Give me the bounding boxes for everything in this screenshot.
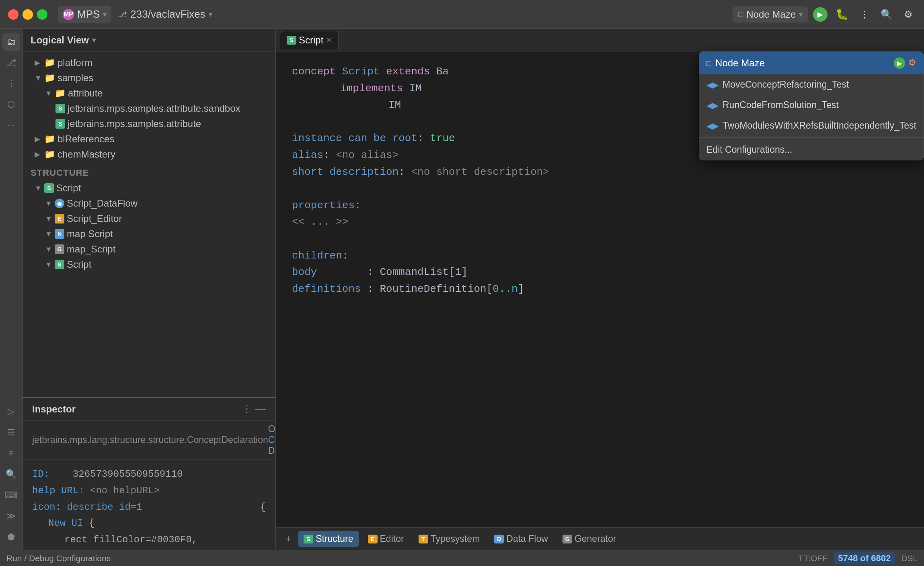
dropdown-box-icon: □ bbox=[706, 59, 711, 68]
run-config-icon-3: ◀▶ bbox=[706, 121, 719, 131]
tab-generator[interactable]: G Generator bbox=[557, 531, 622, 547]
sidebar-icon-terminal[interactable]: ⌨ bbox=[2, 486, 20, 504]
run-config-dropdown: □ Node Maze ▶ ⚙ ◀▶ MoveConceptRefactorin… bbox=[699, 51, 924, 160]
tree-item-script2[interactable]: ▼ S Script bbox=[23, 257, 275, 272]
code-line-blank bbox=[292, 180, 908, 197]
sidebar-icons: 🗂 ⎇ ⋮ ⬡ ··· ▷ ☰ ≡ 🔍 ⌨ ≫ ⬟ bbox=[0, 29, 23, 550]
kw-properties: properties bbox=[292, 199, 355, 211]
editor-tab-script[interactable]: S Script ✕ bbox=[280, 31, 339, 49]
chevron-down-icon: ▼ bbox=[45, 245, 52, 254]
colon: : bbox=[417, 132, 430, 144]
search-everywhere-button[interactable]: 🔍 bbox=[877, 7, 896, 22]
dropdown-run-button[interactable]: ▶ bbox=[894, 57, 905, 69]
concept-n-icon: N bbox=[55, 229, 64, 239]
tree-item-attribute[interactable]: ▼ 📁 attribute bbox=[23, 86, 275, 101]
run-config-icon-2: ◀▶ bbox=[706, 100, 719, 110]
tree-item-sandbox[interactable]: S jetbrains.mps.samples.attribute.sandbo… bbox=[23, 101, 275, 116]
sidebar-icon-changes[interactable]: ≡ bbox=[2, 445, 20, 462]
tree-item-script[interactable]: ▼ S Script bbox=[23, 180, 275, 196]
tree-item-map-script2[interactable]: ▼ G map_Script bbox=[23, 242, 275, 257]
concept-s-icon: S bbox=[44, 183, 54, 193]
tree-item-platform[interactable]: ▶ 📁 platform bbox=[23, 55, 275, 70]
editor-tabs: S Script ✕ bbox=[276, 29, 924, 51]
sidebar-icon-plugins[interactable]: ⬟ bbox=[2, 528, 20, 546]
minimize-button[interactable] bbox=[23, 9, 33, 20]
sidebar-icon-branches[interactable]: ⋮ bbox=[2, 75, 20, 92]
sidebar-icon-logical-view[interactable]: 🗂 bbox=[2, 33, 20, 51]
settings-button[interactable]: ⚙ bbox=[901, 7, 916, 22]
chevron-down-icon: ▼ bbox=[45, 215, 52, 223]
tab-data-flow[interactable]: D Data Flow bbox=[489, 531, 554, 547]
tree-item-script-editor[interactable]: ▼ E Script_Editor bbox=[23, 211, 275, 226]
code-line-properties: properties: bbox=[292, 197, 908, 214]
run-config-label: Node Maze bbox=[746, 9, 796, 20]
keyword-concept: concept bbox=[292, 66, 342, 78]
dropdown-item-3[interactable]: ◀▶ TwoModulesWithXRefsBuiltIndependently… bbox=[699, 115, 924, 136]
tab-typesystem[interactable]: T Typesystem bbox=[413, 531, 486, 547]
debug-button[interactable]: 🐛 bbox=[832, 6, 852, 22]
tree-item-map-script[interactable]: ▼ N map Script bbox=[23, 226, 275, 242]
inspector-meta-label: jetbrains.mps.lang.structure.structure.C… bbox=[32, 435, 268, 445]
tree-item-label: jetbrains.mps.samples.attribute bbox=[68, 118, 201, 129]
inspector-meta-row: jetbrains.mps.lang.structure.structure.C… bbox=[23, 420, 275, 460]
more-actions-button[interactable]: ⋮ bbox=[856, 7, 873, 22]
sidebar-icon-list[interactable]: ☰ bbox=[2, 424, 20, 441]
inspector-more-icon[interactable]: ⋮ bbox=[242, 403, 252, 415]
tab-editor[interactable]: E Editor bbox=[362, 531, 410, 547]
spaces: : bbox=[317, 266, 380, 278]
sidebar-icon-git[interactable]: ⎇ bbox=[2, 54, 20, 72]
structure-section-label: Structure bbox=[23, 162, 275, 180]
tree-item-samples[interactable]: ▼ 📁 samples bbox=[23, 70, 275, 86]
keyword-implements: implements bbox=[340, 82, 409, 94]
dsl-icon: DSL bbox=[901, 554, 918, 563]
run-config-button[interactable]: □ Node Maze ▾ bbox=[733, 6, 808, 23]
editor-panel: S Script ✕ concept Script extends Ba imp… bbox=[276, 29, 924, 550]
bottom-tabs-bar: + S Structure E Editor T Typesystem D Da… bbox=[276, 527, 924, 550]
run-button[interactable]: ▶ bbox=[813, 7, 827, 22]
folder-icon: 📁 bbox=[44, 134, 55, 144]
branch-selector[interactable]: ⎇ 233/vaclavFixes ▾ bbox=[118, 8, 212, 21]
kw-body: body bbox=[292, 266, 317, 278]
tab-structure[interactable]: S Structure bbox=[298, 531, 359, 547]
close-button[interactable] bbox=[8, 9, 18, 20]
dropdown-item-1[interactable]: ◀▶ MoveConceptRefactoring_Test bbox=[699, 74, 924, 95]
inspector-field-id: ID: 3265739055509559110 bbox=[32, 466, 266, 483]
tree-item-label: Script_DataFlow bbox=[67, 198, 138, 209]
tab-close-icon[interactable]: ✕ bbox=[326, 36, 332, 45]
editor-tab-label: Editor bbox=[380, 533, 404, 544]
tree-item-attribute-module[interactable]: S jetbrains.mps.samples.attribute bbox=[23, 116, 275, 131]
dropdown-item-2[interactable]: ◀▶ RunCodeFromSolution_Test bbox=[699, 95, 924, 115]
sidebar-icon-more[interactable]: ··· bbox=[2, 117, 20, 134]
concept-blue-icon: ◉ bbox=[55, 199, 64, 208]
sidebar-icon-nodes[interactable]: ⬡ bbox=[2, 96, 20, 113]
concept-s-icon: S bbox=[55, 260, 64, 269]
dropdown-header-label: Node Maze bbox=[715, 57, 765, 69]
app-switcher[interactable]: MP MPS ▾ bbox=[58, 6, 111, 23]
dropdown-item-label-2: RunCodeFromSolution_Test bbox=[723, 100, 839, 111]
sidebar-icon-console[interactable]: ≫ bbox=[2, 507, 20, 525]
inspector-close-icon[interactable]: — bbox=[255, 403, 266, 415]
dropdown-edit-configs[interactable]: Edit Configurations... bbox=[699, 139, 924, 160]
open-concept-link[interactable]: Open Concept Declaration bbox=[268, 424, 276, 456]
inspector-content: ID: 3265739055509559110 help URL: <no he… bbox=[23, 460, 275, 550]
tree-item-script-dataflow[interactable]: ▼ ◉ Script_DataFlow bbox=[23, 196, 275, 211]
tree-item-chemmastery[interactable]: ▶ 📁 chemMastery bbox=[23, 147, 275, 162]
class-name: Script bbox=[342, 66, 386, 78]
branch-name-label: 233/vaclavFixes bbox=[130, 8, 205, 21]
folder-icon: 📁 bbox=[44, 73, 55, 83]
tree-item-blreferences[interactable]: ▶ 📁 blReferences bbox=[23, 131, 275, 147]
concept-g-icon: G bbox=[55, 244, 64, 254]
dropdown-debug-icon[interactable]: ⚙ bbox=[908, 57, 916, 69]
spaces2: : bbox=[361, 283, 380, 295]
code-line-definitions: definitions : RoutineDefinition[0..n] bbox=[292, 281, 908, 298]
tab-label: Script bbox=[299, 35, 323, 46]
kw-alias: alias bbox=[292, 149, 323, 161]
type-cmdlist: CommandList[1] bbox=[380, 266, 467, 278]
main-layout: 🗂 ⎇ ⋮ ⬡ ··· ▷ ☰ ≡ 🔍 ⌨ ≫ ⬟ Logical View ▾… bbox=[0, 29, 924, 550]
sidebar-icon-run[interactable]: ▷ bbox=[2, 403, 20, 420]
logical-view-chevron-icon: ▾ bbox=[92, 36, 96, 45]
maximize-button[interactable] bbox=[37, 9, 47, 20]
logical-view-header: Logical View ▾ bbox=[23, 29, 275, 52]
add-tab-button[interactable]: + bbox=[282, 531, 295, 547]
sidebar-icon-search[interactable]: 🔍 bbox=[2, 466, 20, 483]
